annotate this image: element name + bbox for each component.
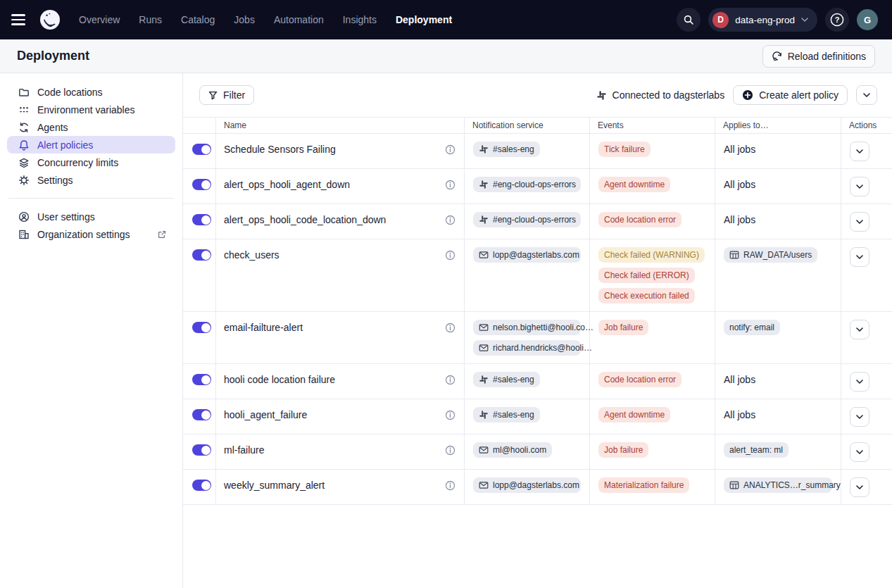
info-icon[interactable] (445, 250, 456, 261)
events-cell: Job failure (590, 434, 715, 469)
nav-runs[interactable]: Runs (139, 14, 162, 25)
alert-policy-toggle[interactable] (192, 249, 211, 261)
info-icon[interactable] (445, 180, 456, 190)
info-icon[interactable] (445, 445, 456, 456)
info-icon[interactable] (445, 144, 456, 155)
applies-to-value: All jobs (724, 177, 832, 192)
alert-policy-toggle[interactable] (192, 322, 211, 333)
sidebar-item-concurrency-limits[interactable]: Concurrency limits (7, 154, 175, 171)
toggle-cell (183, 239, 216, 311)
applies-to-cell: RAW_DATA/users (715, 239, 841, 311)
slack-icon (479, 410, 489, 420)
tag-chip: #sales-eng (473, 407, 540, 423)
tag-chip: alert_team: ml (724, 442, 789, 458)
search-icon[interactable] (677, 8, 701, 32)
toggle-cell (183, 169, 216, 204)
hamburger-menu-icon[interactable] (11, 10, 31, 30)
table-row: ml-failureml@hooli.comJob failurealert_t… (183, 434, 892, 470)
column-header-actions: Actions (841, 118, 892, 133)
row-actions-button[interactable] (850, 477, 869, 497)
alert-policy-toggle[interactable] (192, 480, 211, 491)
info-icon[interactable] (445, 375, 456, 385)
alert-policy-toggle[interactable] (192, 144, 211, 155)
sidebar-item-user-settings[interactable]: User settings (7, 208, 175, 225)
table-row: alert_ops_hooli_code_location_down#eng-c… (183, 204, 892, 239)
info-icon[interactable] (445, 215, 456, 225)
org-switcher[interactable]: D data-eng-prod (708, 8, 817, 32)
mail-icon (479, 480, 489, 490)
alert-policy-toggle[interactable] (192, 179, 211, 190)
sidebar-item-code-locations[interactable]: Code locations (7, 83, 175, 101)
bell-icon (18, 139, 30, 151)
tag-label: Check execution failed (604, 291, 689, 301)
tag-label: Check failed (ERROR) (604, 270, 689, 280)
row-actions-button[interactable] (850, 372, 869, 392)
event-tag: Agent downtime (598, 177, 670, 192)
nav-catalog[interactable]: Catalog (181, 14, 215, 25)
slack-icon (479, 180, 489, 189)
toggle-cell (183, 399, 216, 434)
filter-button[interactable]: Filter (199, 85, 254, 105)
sidebar-item-settings[interactable]: Settings (7, 171, 175, 189)
alert-policy-toggle[interactable] (192, 444, 211, 456)
tag-label: Code location error (604, 215, 676, 225)
row-actions-button[interactable] (850, 407, 869, 427)
tag-chip: nelson.bighetti@hooli.co… (473, 320, 581, 335)
create-alert-policy-button[interactable]: Create alert policy (733, 85, 848, 105)
envvars-icon (18, 104, 30, 115)
help-icon[interactable]: ? (825, 8, 849, 32)
table-row: alert_ops_hooli_agent_down#eng-cloud-ops… (183, 169, 892, 204)
tag-label: Agent downtime (604, 180, 665, 189)
sidebar-item-agents[interactable]: Agents (7, 118, 175, 136)
sidebar-item-label: Code locations (37, 87, 103, 98)
info-icon[interactable] (445, 480, 456, 491)
sidebar-item-environment-variables[interactable]: Environment variables (7, 101, 175, 118)
folder-icon (18, 86, 30, 98)
row-actions-button[interactable] (850, 212, 869, 232)
nav-jobs[interactable]: Jobs (234, 14, 255, 25)
alert-policy-toggle[interactable] (192, 374, 211, 385)
info-icon[interactable] (445, 323, 456, 333)
nav-insights[interactable]: Insights (343, 14, 377, 25)
column-header-notification-service: Notification service (465, 118, 590, 133)
tag-chip: #eng-cloud-ops-errors (473, 212, 581, 227)
page-title: Deployment (17, 49, 89, 63)
alert-policies-table: NameNotification serviceEventsApplies to… (183, 117, 892, 505)
filter-icon (208, 91, 218, 100)
column-header-name: Name (216, 118, 465, 133)
actions-cell (841, 470, 892, 504)
table-row: hooli_agent_failure#sales-engAgent downt… (183, 399, 892, 434)
page-header: Deployment Reload definitions (0, 39, 892, 73)
name-cell: check_users (216, 239, 465, 311)
user-avatar[interactable]: G (857, 9, 878, 30)
event-tag: Check execution failed (598, 288, 695, 304)
more-options-button[interactable] (856, 85, 877, 105)
row-actions-button[interactable] (850, 142, 869, 161)
sidebar-item-alert-policies[interactable]: Alert policies (7, 136, 175, 154)
tag-label: lopp@dagsterlabs.com (493, 480, 579, 490)
table-row: hooli code location failure#sales-engCod… (183, 364, 892, 399)
nav-deployment[interactable]: Deployment (396, 14, 452, 25)
toggle-cell (183, 134, 216, 168)
row-actions-button[interactable] (850, 320, 869, 339)
table-row: weekly_summary_alertlopp@dagsterlabs.com… (183, 470, 892, 505)
alert-policy-toggle[interactable] (192, 409, 211, 420)
info-icon[interactable] (445, 410, 456, 420)
table-row: check_userslopp@dagsterlabs.comCheck fai… (183, 239, 892, 312)
row-actions-button[interactable] (850, 247, 869, 267)
events-cell: Agent downtime (590, 169, 715, 204)
sidebar-item-organization-settings[interactable]: Organization settings (7, 225, 175, 243)
tag-label: Materialization failure (604, 480, 684, 490)
toggle-cell (183, 364, 216, 399)
row-actions-button[interactable] (850, 442, 869, 462)
dagster-logo[interactable] (39, 9, 61, 30)
tag-label: Job failure (604, 323, 643, 332)
nav-overview[interactable]: Overview (79, 14, 120, 25)
alert-policy-toggle[interactable] (192, 214, 211, 225)
row-actions-button[interactable] (850, 177, 869, 196)
nav-automation[interactable]: Automation (274, 14, 324, 25)
slack-connection-status: Connected to dagsterlabs (596, 89, 725, 101)
reload-definitions-button[interactable]: Reload definitions (762, 45, 875, 68)
notification-service-cell: #eng-cloud-ops-errors (465, 204, 590, 239)
tag-label: #eng-cloud-ops-errors (493, 215, 576, 225)
